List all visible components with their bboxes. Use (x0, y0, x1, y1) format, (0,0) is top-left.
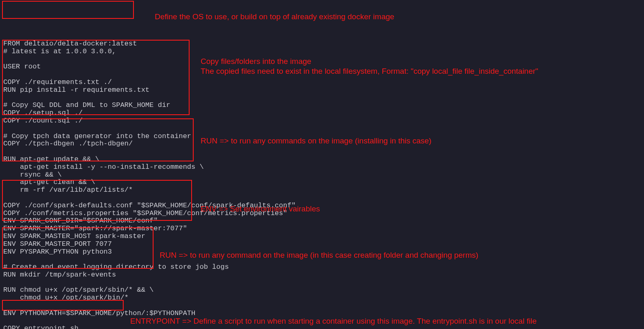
annotation-env: ENV => Set environment vairables (201, 204, 320, 214)
code-line: chmod u+x /opt/spark/bin/* (3, 294, 129, 302)
annotation-copy-line1: Copy files/folders into the image (201, 57, 311, 66)
code-line: rsync && \ (3, 171, 62, 179)
code-line: COPY ./tpch-dbgen ./tpch-dbgen/ (3, 140, 133, 147)
code-line: # latest is at 1.0.0 3.0.0, (3, 48, 116, 55)
code-line: USER root (3, 63, 41, 70)
annotation-from: Define the OS to use, or build on top of… (155, 12, 394, 22)
code-line: RUN pip install -r requirements.txt (3, 86, 149, 94)
annotation-copy-line2: The copied files need to exist in the lo… (201, 66, 538, 76)
code-line: # Create and event logging directory to … (3, 263, 229, 271)
annotation-run-install: RUN => to run any commands on the image … (201, 136, 432, 146)
code-line: ENV SPARK_MASTER_PORT 7077 (3, 240, 112, 248)
highlight-from (2, 1, 134, 19)
code-line: RUN chmod u+x /opt/spark/sbin/* && \ (3, 286, 154, 294)
code-line: ENV SPARK_CONF_DIR="$SPARK_HOME/conf" (3, 217, 158, 225)
annotation-entrypoint: ENTRYPOINT => Define a script to run whe… (130, 316, 537, 326)
code-line: RUN mkdir /tmp/spark-events (3, 271, 116, 279)
code-line: apt-get clean && \ (3, 178, 95, 186)
code-line: FROM deltaio/delta-docker:latest (3, 40, 137, 48)
dockerfile-code: FROM deltaio/delta-docker:latest # lates… (3, 32, 644, 329)
code-line: # Copy SQL DDL and DML to SPARK_HOME dir (3, 101, 170, 109)
code-line: COPY ./requirements.txt ./ (3, 78, 112, 86)
code-line: apt-get install -y --no-install-recommen… (3, 163, 204, 171)
code-line: # Copy tpch data generator into the cont… (3, 132, 191, 140)
code-line: ENV PYSPARK_PYTHON python3 (3, 248, 112, 256)
code-line: ENV SPARK_MASTER="spark://spark-master:7… (3, 225, 187, 232)
code-line: COPY ./count.sql ./ (3, 117, 83, 125)
annotation-run-perms: RUN => to run any command on the image (… (160, 250, 478, 260)
code-line: RUN apt-get update && \ (3, 155, 99, 163)
code-line: rm -rf /var/lib/apt/lists/* (3, 186, 133, 194)
code-line: COPY ./setup.sql ./ (3, 109, 83, 117)
code-line: ENV SPARK_MASTER_HOST spark-master (3, 232, 145, 240)
code-line: COPY entrypoint.sh . (3, 324, 87, 329)
